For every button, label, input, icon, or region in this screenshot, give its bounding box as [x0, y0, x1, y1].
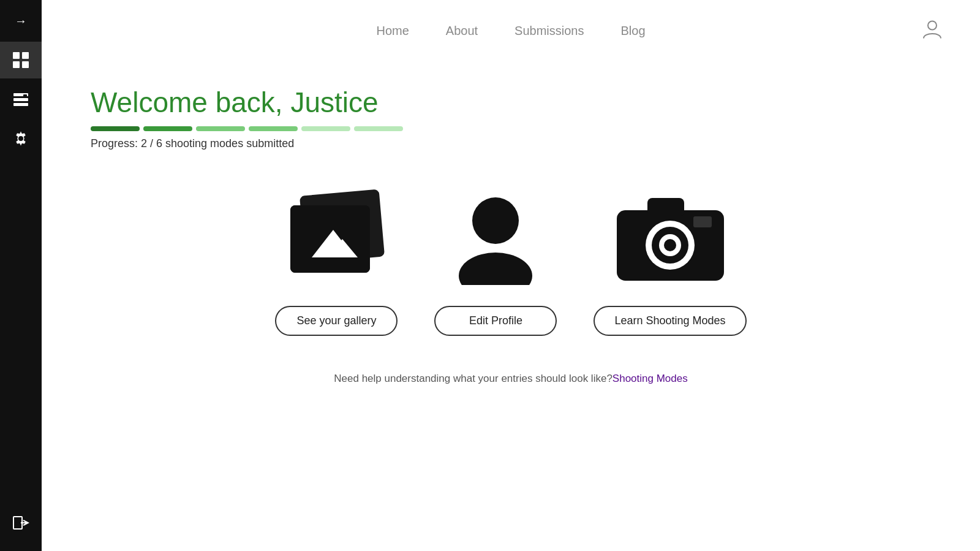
- grid-icon[interactable]: [0, 42, 42, 78]
- sidebar-toggle-button[interactable]: →: [0, 0, 42, 42]
- content-area: Welcome back, Justice Progress: 2 / 6 sh…: [42, 61, 980, 551]
- svg-point-18: [472, 197, 519, 244]
- svg-rect-21: [647, 198, 684, 216]
- profile-icon: [434, 181, 557, 291]
- layers-icon[interactable]: [0, 81, 42, 118]
- top-navigation: Home About Submissions Blog: [42, 0, 980, 61]
- progress-segment-5: [301, 126, 350, 131]
- see-gallery-button[interactable]: See your gallery: [275, 306, 398, 336]
- progress-bar: [91, 126, 931, 131]
- svg-point-12: [928, 21, 937, 30]
- progress-text: Progress: 2 / 6 shooting modes submitted: [91, 137, 931, 150]
- svg-point-25: [664, 239, 676, 251]
- shooting-modes-link[interactable]: Shooting Modes: [612, 373, 688, 384]
- nav-submissions[interactable]: Submissions: [514, 24, 584, 38]
- camera-icon: [609, 181, 731, 291]
- edit-profile-button[interactable]: Edit Profile: [434, 306, 557, 336]
- progress-segment-3: [196, 126, 245, 131]
- shooting-modes-card: Learn Shooting Modes: [594, 181, 746, 336]
- progress-segment-6: [354, 126, 403, 131]
- svg-rect-7: [23, 94, 27, 97]
- svg-point-9: [18, 136, 23, 141]
- profile-card: Edit Profile: [434, 181, 557, 336]
- gallery-card: See your gallery: [275, 181, 398, 336]
- nav-links: Home About Submissions Blog: [376, 24, 645, 38]
- svg-rect-1: [22, 52, 29, 59]
- sidebar: →: [0, 0, 42, 551]
- svg-rect-5: [13, 98, 28, 101]
- gallery-icon: [275, 181, 398, 291]
- footer-help: Need help understanding what your entrie…: [91, 373, 931, 385]
- nav-about[interactable]: About: [446, 24, 478, 38]
- learn-shooting-modes-button[interactable]: Learn Shooting Modes: [594, 306, 746, 336]
- welcome-title: Welcome back, Justice: [91, 86, 931, 119]
- progress-segment-4: [249, 126, 298, 131]
- nav-home[interactable]: Home: [376, 24, 409, 38]
- svg-rect-10: [13, 517, 22, 529]
- svg-point-19: [459, 253, 532, 285]
- cards-row: See your gallery Edit Profile: [91, 181, 931, 336]
- main-area: Home About Submissions Blog Welcome back…: [42, 0, 980, 551]
- svg-rect-2: [13, 61, 20, 68]
- svg-rect-3: [22, 61, 29, 68]
- footer-help-text: Need help understanding what your entrie…: [334, 373, 612, 384]
- svg-rect-6: [13, 103, 28, 106]
- svg-rect-0: [13, 52, 20, 59]
- settings-icon[interactable]: [0, 120, 42, 157]
- user-icon[interactable]: [921, 18, 943, 44]
- svg-rect-26: [693, 216, 712, 227]
- progress-segment-1: [91, 126, 140, 131]
- logout-icon[interactable]: [0, 504, 42, 541]
- progress-segment-2: [143, 126, 192, 131]
- nav-blog[interactable]: Blog: [620, 24, 645, 38]
